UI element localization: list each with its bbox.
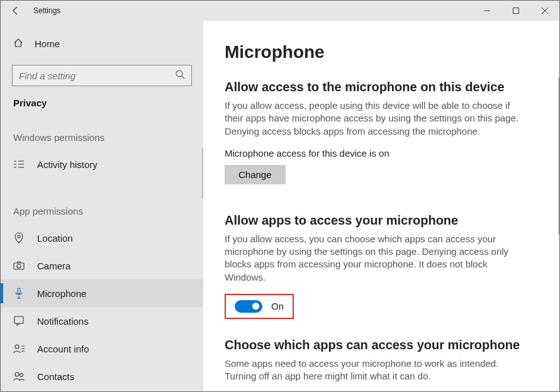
window-controls bbox=[473, 1, 559, 21]
window-title: Settings bbox=[33, 6, 60, 15]
search-input[interactable] bbox=[19, 70, 164, 81]
camera-icon bbox=[13, 260, 25, 271]
sidebar-item-label: Location bbox=[37, 233, 73, 244]
home-label: Home bbox=[35, 38, 60, 49]
sidebar-item-notifications[interactable]: Notifications bbox=[1, 307, 203, 335]
sidebar-item-label: Notifications bbox=[37, 316, 89, 327]
svg-point-4 bbox=[17, 264, 21, 268]
settings-window: Settings Home Privacy Windows permission… bbox=[0, 0, 560, 392]
minimize-button[interactable] bbox=[473, 1, 501, 21]
content-area: Microphone Allow access to the microphon… bbox=[203, 21, 559, 391]
search-icon bbox=[175, 69, 185, 82]
section-choose-apps-desc: Some apps need to access your microphone… bbox=[225, 357, 527, 383]
back-button[interactable] bbox=[1, 1, 31, 21]
activity-history-icon bbox=[13, 159, 25, 170]
section-device-access-heading: Allow access to the microphone on this d… bbox=[225, 80, 538, 94]
sidebar-item-label: Microphone bbox=[37, 288, 86, 299]
svg-point-8 bbox=[15, 372, 19, 376]
sidebar-item-label: Activity history bbox=[37, 159, 98, 170]
sidebar-item-label: Contacts bbox=[37, 371, 74, 382]
section-choose-apps-heading: Choose which apps can access your microp… bbox=[225, 338, 538, 352]
breadcrumb: Privacy bbox=[1, 98, 203, 108]
svg-point-9 bbox=[20, 374, 23, 377]
sidebar-item-label: Camera bbox=[37, 260, 70, 271]
account-info-icon bbox=[13, 343, 25, 354]
contacts-icon bbox=[13, 371, 25, 382]
group-windows-permissions: Windows permissions bbox=[1, 132, 203, 143]
section-device-access-desc: If you allow access, people using this d… bbox=[225, 99, 527, 138]
content-scrollbar[interactable] bbox=[558, 77, 559, 235]
titlebar: Settings bbox=[1, 1, 559, 21]
sidebar-item-microphone[interactable]: Microphone bbox=[1, 279, 203, 307]
home-link[interactable]: Home bbox=[1, 32, 203, 55]
sidebar-item-account-info[interactable]: Account info bbox=[1, 335, 203, 362]
maximize-button[interactable] bbox=[501, 1, 530, 21]
svg-point-2 bbox=[18, 235, 20, 238]
sidebar-item-location[interactable]: Location bbox=[1, 224, 203, 252]
allow-apps-toggle-label: On bbox=[271, 301, 284, 311]
search-box[interactable] bbox=[12, 65, 192, 86]
group-app-permissions: App permissions bbox=[1, 206, 203, 216]
allow-apps-toggle[interactable] bbox=[235, 300, 262, 313]
svg-point-7 bbox=[15, 345, 19, 349]
microphone-icon bbox=[13, 288, 25, 299]
sidebar-item-label: Account info bbox=[37, 344, 89, 354]
close-button[interactable] bbox=[530, 1, 559, 21]
sidebar: Home Privacy Windows permissions Activit… bbox=[1, 21, 203, 391]
svg-point-1 bbox=[176, 70, 182, 77]
svg-rect-5 bbox=[18, 288, 20, 294]
device-access-status: Microphone access for this device is on bbox=[225, 148, 538, 159]
location-icon bbox=[13, 232, 25, 244]
section-app-access-heading: Allow apps to access your microphone bbox=[225, 213, 538, 228]
sidebar-item-camera[interactable]: Camera bbox=[1, 252, 203, 279]
svg-rect-6 bbox=[14, 316, 23, 323]
window-body: Home Privacy Windows permissions Activit… bbox=[1, 21, 559, 391]
svg-rect-0 bbox=[513, 8, 519, 14]
change-button[interactable]: Change bbox=[225, 165, 286, 184]
sidebar-item-activity-history[interactable]: Activity history bbox=[1, 150, 203, 178]
page-title: Microphone bbox=[225, 42, 538, 62]
home-icon bbox=[13, 38, 23, 50]
sidebar-item-contacts[interactable]: Contacts bbox=[1, 362, 203, 390]
sidebar-scrollbar[interactable] bbox=[202, 148, 203, 198]
allow-apps-toggle-highlight: On bbox=[225, 294, 294, 319]
notifications-icon bbox=[13, 315, 25, 327]
section-app-access-desc: If you allow access, you can choose whic… bbox=[225, 233, 527, 284]
